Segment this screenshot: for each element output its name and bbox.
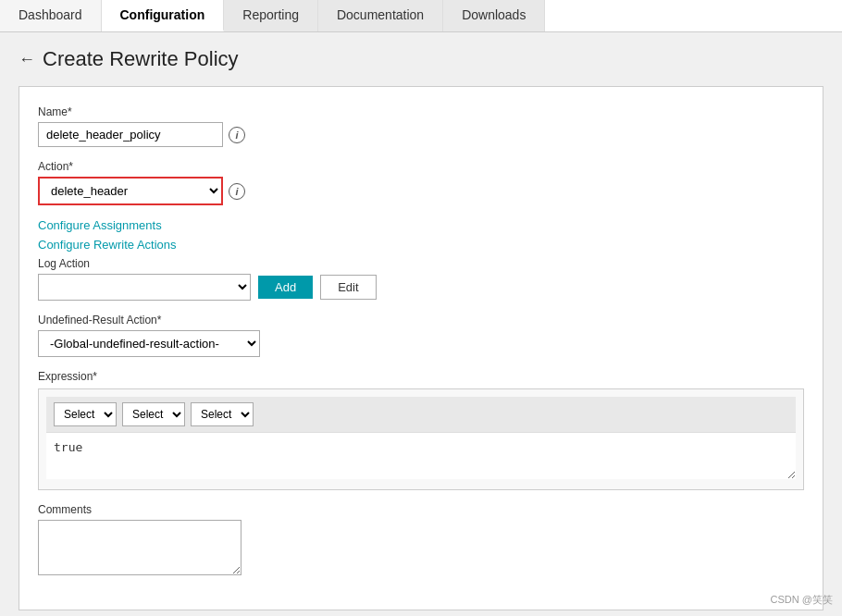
action-field-row: delete_header add_header replace_header … bbox=[38, 177, 804, 205]
back-arrow[interactable]: ← bbox=[19, 50, 35, 69]
undefined-result-label: Undefined-Result Action* bbox=[38, 314, 804, 326]
page-title: Create Rewrite Policy bbox=[43, 47, 239, 71]
tab-dashboard[interactable]: Dashboard bbox=[0, 0, 102, 31]
log-action-row: Add Edit bbox=[38, 274, 804, 301]
expression-select-3[interactable]: Select bbox=[191, 402, 254, 426]
comments-group: Comments bbox=[38, 503, 804, 578]
page-header: ← Create Rewrite Policy bbox=[19, 47, 823, 71]
configure-rewrite-actions-link[interactable]: Configure Rewrite Actions bbox=[38, 238, 804, 252]
name-input[interactable] bbox=[38, 122, 223, 147]
expression-label: Expression* bbox=[38, 370, 804, 383]
expression-textarea[interactable] bbox=[46, 433, 796, 479]
name-group: Name* i bbox=[38, 105, 804, 147]
edit-button[interactable]: Edit bbox=[320, 275, 376, 300]
name-field-row: i bbox=[38, 122, 804, 147]
action-label: Action* bbox=[38, 160, 804, 173]
name-label: Name* bbox=[38, 105, 804, 118]
log-action-select[interactable] bbox=[38, 274, 251, 301]
tab-configuration[interactable]: Configuration bbox=[102, 0, 225, 31]
comments-label: Comments bbox=[38, 503, 804, 516]
tab-reporting[interactable]: Reporting bbox=[224, 0, 318, 31]
action-select[interactable]: delete_header add_header replace_header … bbox=[38, 177, 223, 205]
log-action-label: Log Action bbox=[38, 257, 804, 270]
comments-textarea[interactable] bbox=[38, 520, 241, 575]
expression-select-1[interactable]: Select bbox=[54, 402, 117, 426]
form-container: Name* i Action* delete_header add_header… bbox=[19, 86, 823, 610]
add-button[interactable]: Add bbox=[258, 276, 313, 299]
watermark: CSDN @笑笑 bbox=[771, 593, 833, 607]
configure-assignments-link[interactable]: Configure Assignments bbox=[38, 218, 804, 232]
tab-downloads[interactable]: Downloads bbox=[443, 0, 545, 31]
undefined-result-select[interactable]: -Global-undefined-result-action- NOREWRI… bbox=[38, 330, 260, 357]
action-group: Action* delete_header add_header replace… bbox=[38, 160, 804, 205]
name-info-icon[interactable]: i bbox=[229, 127, 245, 143]
undefined-result-group: Undefined-Result Action* -Global-undefin… bbox=[38, 314, 804, 357]
log-action-group: Log Action Add Edit bbox=[38, 257, 804, 301]
expression-select-2[interactable]: Select bbox=[122, 402, 185, 426]
expression-selects-row: Select Select Select bbox=[46, 397, 796, 433]
top-nav: Dashboard Configuration Reporting Docume… bbox=[0, 0, 842, 32]
tab-documentation[interactable]: Documentation bbox=[318, 0, 443, 31]
page-content: ← Create Rewrite Policy Name* i Action* … bbox=[0, 32, 842, 616]
expression-box: Select Select Select bbox=[38, 388, 804, 490]
expression-group: Expression* Select Select Select bbox=[38, 370, 804, 490]
action-info-icon[interactable]: i bbox=[229, 183, 245, 200]
